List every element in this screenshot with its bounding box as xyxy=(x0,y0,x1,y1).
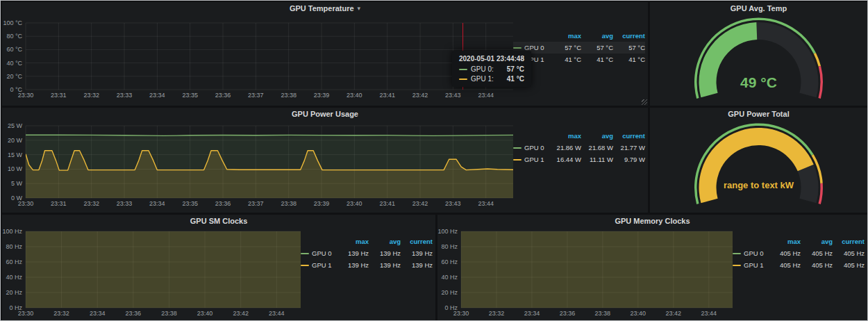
panel-gpu-temperature: GPU Temperature ▾ 0 °C20 °C40 °C60 °C80 … xyxy=(2,2,648,106)
legend-stat-value: 9.79 W xyxy=(613,156,645,163)
x-axis-tick-label: 23:41 xyxy=(379,92,395,99)
x-axis-tick-label: 23:36 xyxy=(126,310,142,317)
panel-title-gpu-memory-clocks[interactable]: GPU Memory Clocks xyxy=(437,215,867,227)
series-color-dash-icon xyxy=(459,79,467,80)
x-axis-tick-label: 23:42 xyxy=(412,92,428,99)
x-axis-tick-label: 23:44 xyxy=(701,310,717,317)
y-axis-tick-label: 60 °C xyxy=(6,46,22,53)
gpu-power-usage-chart[interactable]: 0 W5 W10 W15 W20 W25 W23:3023:3123:3223:… xyxy=(2,120,513,211)
panel-title-text: GPU Temperature xyxy=(290,4,354,13)
tooltip-row: GPU 0: 57 °C xyxy=(459,65,524,73)
legend-sort-header-max[interactable]: max xyxy=(769,238,801,245)
x-axis-tick-label: 23:44 xyxy=(478,92,494,99)
x-axis-tick-label: 23:34 xyxy=(90,310,106,317)
y-axis-tick-label: 40 Hz xyxy=(441,274,458,281)
legend-stat-value: 21.77 W xyxy=(613,144,645,151)
x-axis-tick-label: 23:44 xyxy=(478,200,494,207)
legend-stat-value: 405 Hz xyxy=(833,261,865,269)
x-axis-tick-label: 23:36 xyxy=(215,200,231,207)
gpu-temperature-chart[interactable]: 0 °C20 °C40 °C60 °C80 °C100 °C23:3023:31… xyxy=(2,15,513,104)
legend-stat-value: 57 °C xyxy=(613,44,645,51)
panel-title-gpu-avg-temp[interactable]: GPU Avg. Temp xyxy=(650,2,867,15)
x-axis-tick-label: 23:42 xyxy=(233,310,249,317)
y-axis-tick-label: 80 Hz xyxy=(6,243,22,250)
panel-title-text: GPU Power Total xyxy=(728,110,789,118)
x-axis-tick-label: 23:40 xyxy=(347,92,362,99)
legend-stat-value: 139 Hz xyxy=(369,261,401,269)
panel-gpu-power-total: GPU Power Total range to text kW xyxy=(650,108,867,213)
legend-series-row: GPU 057 °C57 °C57 °C xyxy=(513,42,645,54)
legend-sort-header-current[interactable]: current xyxy=(401,238,433,245)
gpu-sm-clocks-chart[interactable]: 0 Hz20 Hz40 Hz60 Hz80 Hz100 Hz23:3023:32… xyxy=(2,227,301,319)
legend-stat-value: 405 Hz xyxy=(769,249,801,257)
legend-series-row: GPU 116.44 W11.11 W9.79 W xyxy=(513,154,645,165)
legend-stat-value: 139 Hz xyxy=(337,249,369,257)
gpu-memory-clocks-chart[interactable]: 0 Hz20 Hz40 Hz60 Hz80 Hz100 Hz23:3023:32… xyxy=(437,227,733,319)
legend-sort-header-max[interactable]: max xyxy=(337,238,369,245)
gauge-value: range to text kW xyxy=(650,180,867,190)
legend-series-name: GPU 0 xyxy=(524,144,544,151)
legend-series-toggle[interactable]: GPU 1 xyxy=(301,261,337,269)
x-axis-tick-label: 23:31 xyxy=(51,92,67,99)
panel-gpu-avg-temp: GPU Avg. Temp 49 °C xyxy=(650,2,867,106)
series-color-dash-icon xyxy=(301,253,309,254)
panel-title-text: GPU Memory Clocks xyxy=(615,217,690,225)
legend-series-toggle[interactable]: GPU 0 xyxy=(733,249,769,257)
legend-series-toggle[interactable]: GPU 0 xyxy=(513,144,549,151)
series-area-GPU 1 xyxy=(461,227,733,308)
legend-sort-header-current[interactable]: current xyxy=(613,132,645,140)
legend-stat-value: 21.68 W xyxy=(581,144,613,151)
gpu-sm-clocks-legend: maxavgcurrentGPU 0139 Hz139 Hz139 HzGPU … xyxy=(301,236,435,271)
y-axis-tick-label: 10 W xyxy=(8,165,23,172)
legend-series-toggle[interactable]: GPU 0 xyxy=(301,249,337,257)
legend-stat-value: 16.44 W xyxy=(549,156,581,163)
y-axis-tick-label: 20 Hz xyxy=(6,289,22,296)
legend-stat-value: 139 Hz xyxy=(369,249,401,257)
panel-resize-handle[interactable] xyxy=(642,99,647,105)
series-area-GPU 1 xyxy=(26,227,301,308)
x-axis-tick-label: 23:38 xyxy=(281,92,297,99)
legend-sort-header-avg[interactable]: avg xyxy=(581,32,613,40)
panel-title-gpu-temperature[interactable]: GPU Temperature ▾ xyxy=(2,2,648,15)
tooltip-timestamp: 2020-05-01 23:44:48 xyxy=(459,55,524,63)
series-color-dash-icon xyxy=(301,265,309,266)
x-axis-tick-label: 23:32 xyxy=(489,310,505,317)
gpu-memory-clocks-legend: maxavgcurrentGPU 0405 Hz405 Hz405 HzGPU … xyxy=(733,236,867,271)
panel-title-gpu-power-total[interactable]: GPU Power Total xyxy=(650,108,867,120)
x-axis-tick-label: 23:41 xyxy=(379,200,395,207)
y-axis-tick-label: 15 W xyxy=(8,151,23,158)
series-group xyxy=(461,227,733,308)
panel-menu-caret-icon: ▾ xyxy=(358,5,361,12)
y-axis-tick-label: 100 Hz xyxy=(2,228,22,235)
legend-sort-header-avg[interactable]: avg xyxy=(801,238,833,245)
legend-sort-header-max[interactable]: max xyxy=(549,132,581,140)
legend-series-row: GPU 021.86 W21.68 W21.77 W xyxy=(513,142,645,154)
panel-gpu-sm-clocks: GPU SM Clocks 0 Hz20 Hz40 Hz60 Hz80 Hz10… xyxy=(2,215,435,320)
legend-series-toggle[interactable]: GPU 1 xyxy=(733,261,769,269)
legend-sort-header-avg[interactable]: avg xyxy=(581,132,613,140)
legend-header-row: maxavgcurrent xyxy=(733,236,865,247)
legend-stat-value: 405 Hz xyxy=(833,249,865,257)
legend-sort-header-avg[interactable]: avg xyxy=(369,238,401,245)
y-axis-tick-label: 40 °C xyxy=(6,60,22,67)
series-color-dash-icon xyxy=(459,69,467,70)
legend-series-row: GPU 0139 Hz139 Hz139 Hz xyxy=(301,247,433,259)
x-axis-tick-label: 23:30 xyxy=(18,200,34,207)
gpu-power-total-gauge xyxy=(650,120,867,213)
legend-series-toggle[interactable]: GPU 1 xyxy=(513,156,549,163)
series-color-dash-icon xyxy=(733,253,741,254)
x-axis-tick-label: 23:44 xyxy=(269,310,285,317)
gpu-temperature-legend: maxavgcurrentGPU 057 °C57 °C57 °CGPU 141… xyxy=(513,30,648,65)
legend-sort-header-current[interactable]: current xyxy=(833,238,865,245)
legend-sort-header-max[interactable]: max xyxy=(549,32,581,40)
x-axis-tick-label: 23:30 xyxy=(18,310,34,317)
x-axis-tick-label: 23:43 xyxy=(445,200,461,207)
legend-series-name: GPU 1 xyxy=(744,261,764,269)
legend-sort-header-current[interactable]: current xyxy=(613,32,645,40)
x-axis-tick-label: 23:36 xyxy=(215,92,231,99)
y-axis-tick-label: 100 Hz xyxy=(437,228,458,235)
panel-title-gpu-sm-clocks[interactable]: GPU SM Clocks xyxy=(2,215,435,227)
panel-title-gpu-power-usage[interactable]: GPU Power Usage xyxy=(2,108,648,120)
x-axis-tick-label: 23:37 xyxy=(248,200,264,207)
legend-series-row: GPU 0405 Hz405 Hz405 Hz xyxy=(733,247,865,259)
